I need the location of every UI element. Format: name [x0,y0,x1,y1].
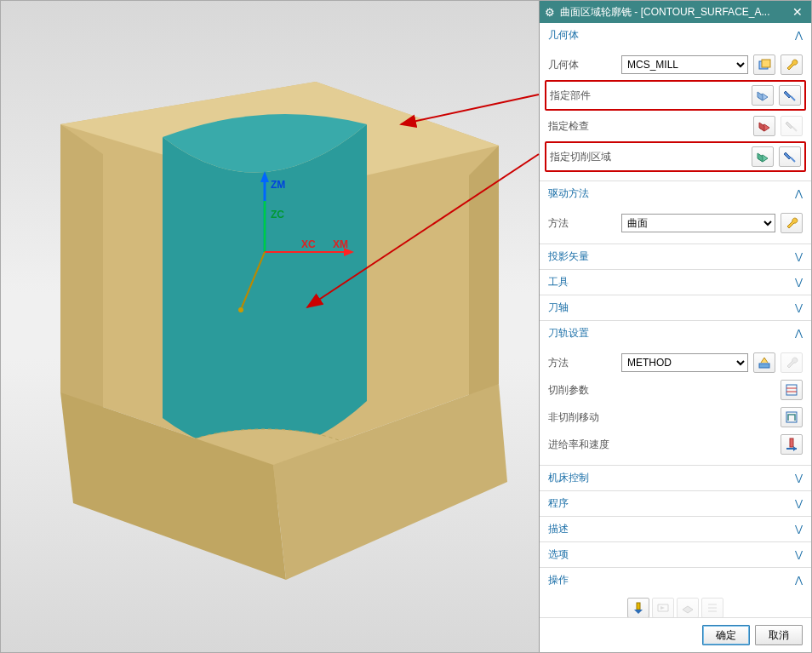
svg-line-19 [401,95,539,124]
geometry-body-label: 几何体 [548,58,616,72]
svg-rect-23 [759,364,769,368]
noncut-moves-icon[interactable] [781,407,803,427]
wrench-icon[interactable] [781,213,803,233]
wrench-icon-disabled [781,352,803,373]
list-icon [701,598,723,617]
flashlight-icon[interactable] [779,146,801,167]
section-machine-control-header[interactable]: 机床控制 [540,466,811,490]
svg-rect-24 [786,385,797,395]
section-tool-header[interactable]: 工具 [540,270,811,295]
verify-icon [677,598,699,617]
section-options-header[interactable]: 选项 [540,542,811,567]
chevron-down-icon [795,277,803,288]
specify-part-label: 指定部件 [550,89,746,103]
flashlight-icon[interactable] [779,85,801,106]
viewport-3d[interactable]: ZM ZC XC XM [1,1,539,652]
svg-line-20 [307,154,539,307]
section-drive-header[interactable]: 驱动方法 [540,181,811,206]
cancel-button[interactable]: 取消 [755,625,803,645]
dialog-titlebar: ⚙ 曲面区域轮廓铣 - [CONTOUR_SURFACE_A... ✕ [540,1,811,23]
chevron-down-icon [795,251,803,262]
cut-params-label: 切削参数 [548,383,775,398]
replay-icon [652,598,674,617]
gear-icon: ⚙ [545,6,555,19]
noncut-moves-label: 非切削移动 [548,410,775,425]
chevron-down-icon [795,473,803,484]
dialog-panel: ⚙ 曲面区域轮廓铣 - [CONTOUR_SURFACE_A... ✕ 几何体 … [539,1,811,652]
svg-rect-22 [762,60,770,67]
specify-check-label: 指定检查 [548,119,748,134]
geometry-new-icon[interactable] [753,54,775,75]
geometry-body-select[interactable]: MCS_MILL [621,55,748,74]
cut-params-icon[interactable] [781,380,803,400]
drive-method-label: 方法 [548,216,616,231]
chevron-up-icon [795,328,803,339]
section-description-header[interactable]: 描述 [540,517,811,541]
section-projection-header[interactable]: 投影矢量 [540,244,811,269]
section-geometry-header[interactable]: 几何体 [540,23,811,48]
svg-rect-28 [790,438,793,447]
close-icon[interactable]: ✕ [789,5,806,19]
chevron-down-icon [795,498,803,509]
section-toolpath-header[interactable]: 刀轨设置 [540,321,811,346]
cut-area-select-icon[interactable] [752,146,774,167]
feed-speed-label: 进给率和速度 [548,438,775,452]
part-select-icon[interactable] [752,85,774,106]
svg-marker-31 [634,610,643,614]
chevron-down-icon [795,549,803,560]
section-actions-header[interactable]: 操作 [540,568,811,593]
section-tool-axis-header[interactable]: 刀轴 [540,295,811,320]
toolpath-method-label: 方法 [548,356,616,370]
section-program-header[interactable]: 程序 [540,491,811,516]
toolpath-method-select[interactable]: METHOD [621,353,748,372]
wrench-icon[interactable] [781,54,803,75]
chevron-down-icon [795,524,803,535]
ok-button[interactable]: 确定 [702,625,750,645]
specify-cut-area-label: 指定切削区域 [550,150,746,164]
chevron-up-icon [795,188,803,199]
method-inherit-icon[interactable] [753,352,775,373]
drive-method-select[interactable]: 曲面 [621,214,775,232]
chevron-up-icon [795,575,803,586]
dialog-title: 曲面区域轮廓铣 - [CONTOUR_SURFACE_A... [560,5,784,20]
generate-icon[interactable] [627,598,649,617]
chevron-down-icon [795,302,803,313]
svg-rect-30 [637,603,640,610]
feed-speed-icon[interactable] [781,434,803,455]
svg-marker-32 [660,606,665,610]
check-select-icon[interactable] [753,116,775,136]
svg-marker-29 [793,446,797,451]
callout-arrow-1 [1,1,540,653]
flashlight-icon-disabled [781,116,803,136]
chevron-up-icon [795,30,803,41]
